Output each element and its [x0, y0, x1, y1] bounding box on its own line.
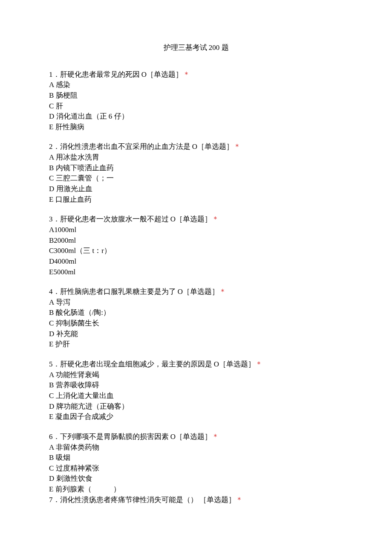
question-block: 2．消化性溃患者出血不宜采用的止血方法是 O［单选题］＊ A 用冰盐水洗胃 B …: [49, 142, 343, 205]
required-asterisk-icon: ＊: [255, 360, 262, 368]
option: C3000ml（三 t：r）: [49, 246, 343, 256]
document-page: 护理三基考试 200 题 1．肝硬化患者最常见的死因 O［单选题］＊ A 感染 …: [0, 0, 392, 531]
option: E 前列腺素（ ）: [49, 484, 343, 495]
option: D 用激光止血: [49, 184, 343, 195]
option: C 肝: [49, 101, 343, 112]
question-block: 4．肝性脑病患者口服乳果糖主要是为了 O［单选题］＊ A 导泻 B 酸化肠道（/…: [49, 287, 343, 350]
option: C 三腔二囊管（；一: [49, 173, 343, 184]
options-list: A 非留体类药物 B 吸烟 C 过度精神紧张 D 刺激性饮食 E 前列腺素（ ）: [49, 442, 343, 495]
question-stem: 7．消化性溃疡患者疼痛节律性消失可能是（） ［单选题］＊: [49, 495, 343, 506]
required-asterisk-icon: ＊: [233, 142, 241, 151]
question-stem: 6．下列哪项不是胃肠黏膜的损害因素 O［单选题］＊: [49, 432, 343, 442]
option: D 补充能: [49, 329, 343, 340]
option: D 牌功能亢进（正确客）: [49, 401, 343, 412]
question-block: 3．肝硬化患者一次放腹水一般不超过 O［单选题］＊ A1000ml B2000m…: [49, 214, 343, 277]
question-stem: 2．消化性溃患者出血不宜采用的止血方法是 O［单选题］＊: [49, 142, 343, 152]
option: E 肝性脑病: [49, 122, 343, 133]
question-number: 4: [49, 288, 53, 296]
option: A1000ml: [49, 225, 343, 235]
options-list: A 导泻 B 酸化肠道（/陶:） C 抑制肠菌生长 D 补充能 E 护肝: [49, 297, 343, 350]
question-text: ．下列哪项不是胃肠黏膜的损害因素 O［单选题］: [53, 433, 212, 441]
option: A 功能性肾衰竭: [49, 370, 343, 381]
options-list: A 用冰盐水洗胃 B 内镜下喷洒止血药 C 三腔二囊管（；一 D 用激光止血 E…: [49, 152, 343, 205]
option: D 消化道出血（正 6 仔）: [49, 111, 343, 122]
option: B 肠梗阻: [49, 90, 343, 101]
required-asterisk-icon: ＊: [183, 70, 190, 78]
option: E 护肝: [49, 339, 343, 350]
question-text: ．消化性溃患者出血不宜采用的止血方法是 O［单选题］: [53, 142, 234, 151]
option: B 酸化肠道（/陶:）: [49, 308, 343, 318]
option: C 过度精神紧张: [49, 463, 343, 474]
question-block: 5．肝硬化患者出现全血细胞减少，最主要的原因是 O［单选题］＊ A 功能性肾衰竭…: [49, 359, 343, 422]
question-number: 3: [49, 215, 53, 223]
required-asterisk-icon: ＊: [236, 496, 243, 504]
question-number: 2: [49, 142, 53, 151]
question-stem: 1．肝硬化患者最常见的死因 O［单选题］＊: [49, 70, 343, 80]
option: C 上消化道大量出血: [49, 391, 343, 401]
option: B2000ml: [49, 235, 343, 246]
option: E 凝血因子合成减少: [49, 412, 343, 422]
question-text: ．肝性脑病患者口服乳果糖主要是为了 O［单选题］: [53, 288, 219, 296]
option: B 内镜下喷洒止血药: [49, 163, 343, 174]
options-list: A1000ml B2000ml C3000ml（三 t：r） D4000ml E…: [49, 225, 343, 277]
question-stem: 3．肝硬化患者一次放腹水一般不超过 O［单选题］＊: [49, 214, 343, 225]
options-list: A 功能性肾衰竭 B 营养吸收障碍 C 上消化道大量出血 D 牌功能亢进（正确客…: [49, 370, 343, 422]
question-number: 1: [49, 70, 53, 78]
question-text: ．肝硬化患者最常见的死因 O［单选题］: [53, 70, 183, 78]
question-block: 6．下列哪项不是胃肠黏膜的损害因素 O［单选题］＊ A 非留体类药物 B 吸烟 …: [49, 432, 343, 505]
option: A 导泻: [49, 297, 343, 308]
options-list: A 感染 B 肠梗阻 C 肝 D 消化道出血（正 6 仔） E 肝性脑病: [49, 80, 343, 132]
required-asterisk-icon: ＊: [212, 433, 219, 441]
document-title: 护理三基考试 200 题: [49, 43, 343, 53]
option: D4000ml: [49, 256, 343, 267]
question-block: 1．肝硬化患者最常见的死因 O［单选题］＊ A 感染 B 肠梗阻 C 肝 D 消…: [49, 70, 343, 133]
question-stem: 5．肝硬化患者出现全血细胞减少，最主要的原因是 O［单选题］＊: [49, 359, 343, 370]
option: D 刺激性饮食: [49, 474, 343, 484]
question-text: ．肝硬化患者出现全血细胞减少，最主要的原因是 O［单选题］: [53, 360, 256, 368]
option: A 用冰盐水洗胃: [49, 152, 343, 163]
option: A 非留体类药物: [49, 442, 343, 453]
question-number: 6: [49, 433, 53, 441]
option: E5000ml: [49, 267, 343, 278]
option: B 吸烟: [49, 453, 343, 463]
required-asterisk-icon: ＊: [219, 288, 226, 296]
question-text: ．肝硬化患者一次放腹水一般不超过 O［单选题］: [53, 215, 212, 223]
required-asterisk-icon: ＊: [212, 215, 219, 223]
question-stem: 4．肝性脑病患者口服乳果糖主要是为了 O［单选题］＊: [49, 287, 343, 297]
question-number: 7: [49, 496, 53, 504]
option: C 抑制肠菌生长: [49, 318, 343, 329]
option: B 营养吸收障碍: [49, 380, 343, 391]
option: E 口服止血药: [49, 195, 343, 205]
question-text: ．消化性溃疡患者疼痛节律性消失可能是（） ［单选题］: [53, 496, 236, 504]
option: A 感染: [49, 80, 343, 90]
question-number: 5: [49, 360, 53, 368]
